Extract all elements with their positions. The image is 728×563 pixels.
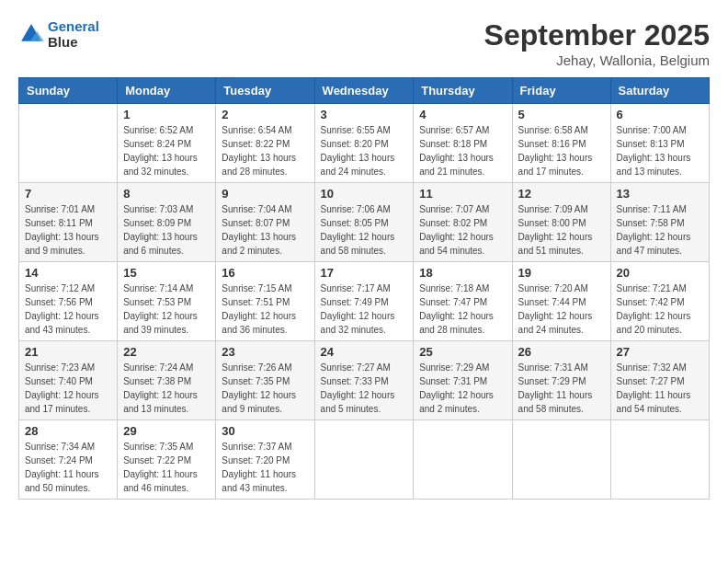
day-number: 6 [617,108,703,121]
week-row-1: 1Sunrise: 6:52 AM Sunset: 8:24 PM Daylig… [19,104,710,183]
weekday-header-tuesday: Tuesday [216,78,314,104]
day-info: Sunrise: 7:11 AM Sunset: 7:58 PM Dayligh… [617,202,703,258]
day-number: 7 [25,187,111,201]
day-info: Sunrise: 7:32 AM Sunset: 7:27 PM Dayligh… [617,361,703,416]
calendar-cell: 18Sunrise: 7:18 AM Sunset: 7:47 PM Dayli… [414,262,512,341]
day-info: Sunrise: 7:20 AM Sunset: 7:44 PM Dayligh… [518,282,605,337]
day-info: Sunrise: 6:58 AM Sunset: 8:16 PM Dayligh… [518,123,605,178]
weekday-header-friday: Friday [512,78,610,104]
day-info: Sunrise: 7:12 AM Sunset: 7:56 PM Dayligh… [25,282,111,337]
week-row-5: 28Sunrise: 7:34 AM Sunset: 7:24 PM Dayli… [19,420,710,500]
logo-text: General Blue [48,18,99,50]
day-info: Sunrise: 7:09 AM Sunset: 8:00 PM Dayligh… [518,202,605,258]
calendar-cell: 3Sunrise: 6:55 AM Sunset: 8:20 PM Daylig… [314,104,414,183]
day-info: Sunrise: 7:23 AM Sunset: 7:40 PM Dayligh… [25,361,111,416]
calendar-cell: 23Sunrise: 7:26 AM Sunset: 7:35 PM Dayli… [216,341,314,420]
day-info: Sunrise: 7:21 AM Sunset: 7:42 PM Dayligh… [617,282,703,337]
day-number: 28 [25,424,111,438]
day-number: 29 [123,424,210,438]
day-info: Sunrise: 7:24 AM Sunset: 7:38 PM Dayligh… [123,361,210,416]
calendar-cell: 20Sunrise: 7:21 AM Sunset: 7:42 PM Dayli… [610,262,709,341]
day-info: Sunrise: 6:57 AM Sunset: 8:18 PM Dayligh… [419,123,506,178]
location-title: Jehay, Wallonia, Belgium [484,52,710,68]
calendar-cell: 27Sunrise: 7:32 AM Sunset: 7:27 PM Dayli… [610,341,709,420]
day-number: 15 [123,266,210,280]
day-number: 21 [25,345,111,359]
day-number: 12 [518,187,605,201]
calendar-cell: 14Sunrise: 7:12 AM Sunset: 7:56 PM Dayli… [19,262,118,341]
day-number: 10 [321,187,408,201]
day-info: Sunrise: 7:37 AM Sunset: 7:20 PM Dayligh… [222,440,308,495]
calendar-cell: 19Sunrise: 7:20 AM Sunset: 7:44 PM Dayli… [512,262,610,341]
calendar-cell: 7Sunrise: 7:01 AM Sunset: 8:11 PM Daylig… [19,183,118,262]
calendar-cell: 6Sunrise: 7:00 AM Sunset: 8:13 PM Daylig… [610,104,709,183]
day-info: Sunrise: 7:35 AM Sunset: 7:22 PM Dayligh… [123,440,210,495]
day-number: 18 [419,266,506,280]
day-number: 8 [123,187,210,201]
calendar-cell: 10Sunrise: 7:06 AM Sunset: 8:05 PM Dayli… [314,183,414,262]
day-number: 11 [419,187,506,201]
day-number: 20 [617,266,703,280]
logo-icon [18,21,44,47]
day-number: 22 [123,345,210,359]
day-info: Sunrise: 7:18 AM Sunset: 7:47 PM Dayligh… [419,282,506,337]
day-info: Sunrise: 7:14 AM Sunset: 7:53 PM Dayligh… [123,282,210,337]
day-info: Sunrise: 7:34 AM Sunset: 7:24 PM Dayligh… [25,440,111,495]
calendar-cell [314,420,414,500]
calendar: SundayMondayTuesdayWednesdayThursdayFrid… [18,77,710,500]
day-number: 9 [222,187,308,201]
day-number: 25 [419,345,506,359]
day-info: Sunrise: 7:27 AM Sunset: 7:33 PM Dayligh… [321,361,408,416]
day-info: Sunrise: 7:29 AM Sunset: 7:31 PM Dayligh… [419,361,506,416]
day-number: 14 [25,266,111,280]
day-info: Sunrise: 7:03 AM Sunset: 8:09 PM Dayligh… [123,202,210,258]
day-number: 2 [222,108,308,121]
day-number: 27 [617,345,703,359]
calendar-cell [414,420,512,500]
week-row-2: 7Sunrise: 7:01 AM Sunset: 8:11 PM Daylig… [19,183,710,262]
day-number: 26 [518,345,605,359]
day-info: Sunrise: 6:52 AM Sunset: 8:24 PM Dayligh… [123,123,210,178]
calendar-cell: 11Sunrise: 7:07 AM Sunset: 8:02 PM Dayli… [414,183,512,262]
calendar-cell: 25Sunrise: 7:29 AM Sunset: 7:31 PM Dayli… [414,341,512,420]
calendar-cell: 13Sunrise: 7:11 AM Sunset: 7:58 PM Dayli… [610,183,709,262]
day-info: Sunrise: 7:00 AM Sunset: 8:13 PM Dayligh… [617,123,703,178]
header: General Blue September 2025 Jehay, Wallo… [18,18,710,68]
day-number: 5 [518,108,605,121]
day-info: Sunrise: 7:07 AM Sunset: 8:02 PM Dayligh… [419,202,506,258]
calendar-cell: 15Sunrise: 7:14 AM Sunset: 7:53 PM Dayli… [118,262,216,341]
title-area: September 2025 Jehay, Wallonia, Belgium [484,18,710,68]
calendar-cell [19,104,118,183]
day-number: 4 [419,108,506,121]
weekday-header-saturday: Saturday [610,78,709,104]
day-info: Sunrise: 7:17 AM Sunset: 7:49 PM Dayligh… [321,282,408,337]
day-info: Sunrise: 7:06 AM Sunset: 8:05 PM Dayligh… [321,202,408,258]
calendar-cell: 1Sunrise: 6:52 AM Sunset: 8:24 PM Daylig… [118,104,216,183]
day-info: Sunrise: 7:26 AM Sunset: 7:35 PM Dayligh… [222,361,308,416]
day-number: 19 [518,266,605,280]
calendar-cell: 24Sunrise: 7:27 AM Sunset: 7:33 PM Dayli… [314,341,414,420]
day-number: 1 [123,108,210,121]
day-number: 17 [321,266,408,280]
calendar-cell: 2Sunrise: 6:54 AM Sunset: 8:22 PM Daylig… [216,104,314,183]
week-row-4: 21Sunrise: 7:23 AM Sunset: 7:40 PM Dayli… [19,341,710,420]
week-row-3: 14Sunrise: 7:12 AM Sunset: 7:56 PM Dayli… [19,262,710,341]
day-info: Sunrise: 6:54 AM Sunset: 8:22 PM Dayligh… [222,123,308,178]
calendar-cell: 8Sunrise: 7:03 AM Sunset: 8:09 PM Daylig… [118,183,216,262]
calendar-cell: 16Sunrise: 7:15 AM Sunset: 7:51 PM Dayli… [216,262,314,341]
day-number: 3 [321,108,408,121]
weekday-header-thursday: Thursday [414,78,512,104]
day-info: Sunrise: 7:31 AM Sunset: 7:29 PM Dayligh… [518,361,605,416]
logo: General Blue [18,18,99,50]
month-title: September 2025 [484,18,710,52]
calendar-cell [610,420,709,500]
calendar-cell: 22Sunrise: 7:24 AM Sunset: 7:38 PM Dayli… [118,341,216,420]
calendar-cell: 9Sunrise: 7:04 AM Sunset: 8:07 PM Daylig… [216,183,314,262]
calendar-cell: 12Sunrise: 7:09 AM Sunset: 8:00 PM Dayli… [512,183,610,262]
day-info: Sunrise: 7:01 AM Sunset: 8:11 PM Dayligh… [25,202,111,258]
weekday-header-row: SundayMondayTuesdayWednesdayThursdayFrid… [19,78,710,104]
calendar-cell: 17Sunrise: 7:17 AM Sunset: 7:49 PM Dayli… [314,262,414,341]
day-info: Sunrise: 7:04 AM Sunset: 8:07 PM Dayligh… [222,202,308,258]
day-info: Sunrise: 7:15 AM Sunset: 7:51 PM Dayligh… [222,282,308,337]
calendar-cell: 30Sunrise: 7:37 AM Sunset: 7:20 PM Dayli… [216,420,314,500]
